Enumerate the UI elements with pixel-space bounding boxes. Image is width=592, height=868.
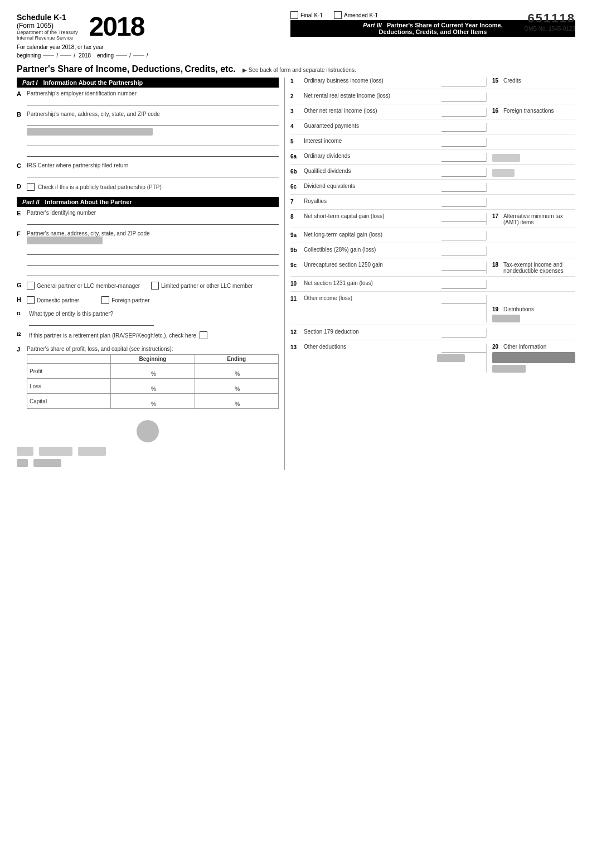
right-row-5: 5 Interest income xyxy=(290,138,575,150)
form-corner-info: 651118 OMB No. 1545-0123 xyxy=(524,11,575,32)
item-10-value[interactable] xyxy=(441,280,486,289)
item-6a-label: Ordinary dividends xyxy=(304,153,437,159)
plc-profit-beginning[interactable]: % xyxy=(111,364,195,379)
row-i1-label: What type of entity is this partner? xyxy=(29,311,279,317)
plc-loss-ending-input[interactable] xyxy=(197,380,276,386)
row-a: A Partnership's employer identification … xyxy=(17,90,279,107)
item-6b-num: 6b xyxy=(290,168,304,175)
year-prefix: 20 xyxy=(89,12,117,41)
plc-loss-beginning[interactable]: % xyxy=(111,379,195,394)
item-6c-num: 6c xyxy=(290,183,304,190)
row-a-label: Partnership's employer identification nu… xyxy=(27,90,279,97)
row-c-label: IRS Center where partnership filed retur… xyxy=(27,162,279,168)
item-9a-num: 9a xyxy=(290,232,304,238)
item-6a-value[interactable] xyxy=(441,153,486,162)
row-h-option1-checkbox[interactable] xyxy=(27,296,35,304)
plc-capital-ending[interactable]: % xyxy=(195,394,278,409)
item-13-label: Other deductions xyxy=(304,344,437,350)
item-7-value[interactable] xyxy=(441,198,486,207)
plc-profit-ending-input[interactable] xyxy=(197,365,276,371)
plc-profit-beginning-input[interactable] xyxy=(113,365,192,371)
row-c-letter: C xyxy=(17,162,27,169)
row-b-input3[interactable] xyxy=(27,148,279,157)
item-20-label: Other information xyxy=(503,344,546,350)
item-11-num: 11 xyxy=(290,295,304,302)
right-row-7: 7 Royalties xyxy=(290,198,575,210)
row-i1-input[interactable] xyxy=(29,317,154,326)
extra-row2 xyxy=(17,459,279,467)
amended-k1-checkbox[interactable] xyxy=(334,11,342,19)
row-h: H Domestic partner Foreign partner xyxy=(17,296,279,307)
plc-capital-beginning-input[interactable] xyxy=(113,395,192,401)
plc-capital-beginning[interactable]: % xyxy=(111,394,195,409)
left-column: Part I Information About the Partnership… xyxy=(17,78,285,470)
calendar-label: For calendar year 2018, or tax year xyxy=(17,44,285,50)
row-j-letter: J xyxy=(17,345,27,353)
item-9c-value[interactable] xyxy=(441,262,486,271)
item-9b-value[interactable] xyxy=(441,247,486,255)
plc-capital-ending-input[interactable] xyxy=(197,395,276,401)
row-f-input3[interactable] xyxy=(27,267,279,276)
item-2-value[interactable] xyxy=(441,93,486,102)
row-b-input1[interactable] xyxy=(27,117,279,126)
schedule-title: Schedule K-1 xyxy=(17,13,78,22)
right-column: 1 Ordinary business income (loss) 15 Cre… xyxy=(285,78,575,470)
row-g-option2-checkbox[interactable] xyxy=(151,282,159,290)
row-g-option1-checkbox[interactable] xyxy=(27,282,35,290)
item-12-value[interactable] xyxy=(441,329,486,337)
plc-loss-ending[interactable]: % xyxy=(195,379,278,394)
row-h-option2-checkbox[interactable] xyxy=(101,296,109,304)
plc-capital-label: Capital xyxy=(27,394,111,409)
item-6c-value[interactable] xyxy=(441,183,486,192)
row-i2-checkbox[interactable] xyxy=(200,331,207,339)
extra-blurred2 xyxy=(39,447,72,456)
item-4-num: 4 xyxy=(290,123,304,129)
item-11-value[interactable] xyxy=(441,295,486,304)
row-c: C IRS Center where partnership filed ret… xyxy=(17,162,279,179)
final-k1-checkbox[interactable] xyxy=(290,11,298,19)
item-17-label: Alternative minimum tax (AMT) items xyxy=(503,213,575,225)
row-b-input2[interactable] xyxy=(27,137,279,146)
row-i2: I2 If this partner is a retirement plan … xyxy=(17,331,279,342)
row-f-input1[interactable] xyxy=(27,246,279,255)
item-18-label: Tax-exempt income and nondeductible expe… xyxy=(503,262,575,274)
row-b-blurred xyxy=(27,128,153,136)
item-9a-label: Net long-term capital gain (loss) xyxy=(304,232,437,238)
row-d-letter: D xyxy=(17,182,27,190)
item-6b-label: Qualified dividends xyxy=(304,168,437,174)
item-5-value[interactable] xyxy=(441,138,486,147)
right-row-10: 10 Net section 1231 gain (loss) xyxy=(290,280,575,292)
item-4-value[interactable] xyxy=(441,123,486,132)
row-c-input[interactable] xyxy=(27,168,279,177)
row-d-checkbox[interactable] xyxy=(27,183,35,191)
item-9a-value[interactable] xyxy=(441,232,486,240)
item-6b-value[interactable] xyxy=(441,168,486,177)
item-9b-num: 9b xyxy=(290,247,304,253)
row-a-input[interactable] xyxy=(27,97,279,105)
plc-profit-ending[interactable]: % xyxy=(195,364,278,379)
row-d-label: Check if this is a publicly traded partn… xyxy=(38,184,162,190)
final-k1-label: Final K-1 xyxy=(300,12,323,18)
row-h-letter: H xyxy=(17,296,27,303)
item-3-value[interactable] xyxy=(441,108,486,117)
item-1-num: 1 xyxy=(290,78,304,84)
item-10-label: Net section 1231 gain (loss) xyxy=(304,280,437,286)
barcode-circle xyxy=(137,420,159,442)
row-f-input2[interactable] xyxy=(27,257,279,266)
plc-loss-beginning-input[interactable] xyxy=(113,380,192,386)
row-e-input[interactable] xyxy=(27,216,279,225)
part-i-label: Part I xyxy=(20,79,40,86)
item-19-blurred xyxy=(492,315,520,322)
row-b-label: Partnership's name, address, city, state… xyxy=(27,111,279,117)
item-8-value[interactable] xyxy=(441,213,486,222)
row-e-label: Partner's identifying number xyxy=(27,210,279,216)
plc-capital-row: Capital % % xyxy=(27,394,279,409)
right-row-2: 2 Net rental real estate income (loss) xyxy=(290,93,575,104)
row-g-option2-label: Limited partner or other LLC member xyxy=(161,283,253,289)
item-1-label: Ordinary business income (loss) xyxy=(304,78,437,84)
year-display: 2018 xyxy=(89,11,144,42)
dept-name: Department of the Treasury xyxy=(17,30,78,35)
item-1-value[interactable] xyxy=(441,78,486,86)
item-13-value[interactable] xyxy=(441,344,486,353)
item-6b-side-blurred xyxy=(492,169,515,177)
